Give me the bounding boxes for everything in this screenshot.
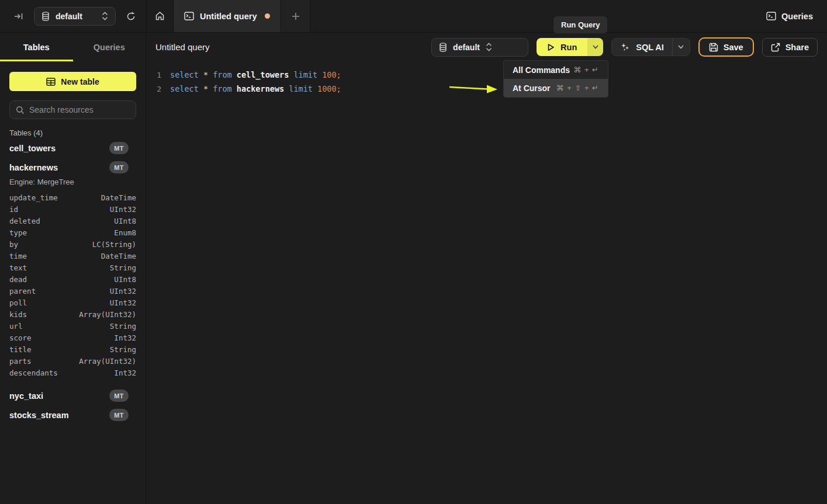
column-name: score — [9, 333, 32, 342]
column-name: url — [9, 322, 23, 331]
save-button[interactable]: Save — [698, 37, 754, 57]
topbar-left: default — [0, 0, 146, 32]
menu-item-label: All Commands — [513, 65, 570, 75]
code-text: select * from hackernews limit 1000; — [170, 84, 341, 93]
column-row: titleString — [9, 343, 136, 355]
table-row[interactable]: nyc_taxiMT — [9, 386, 136, 405]
column-name: by — [9, 240, 18, 249]
run-options-menu: All Commands⌘ + ↵At Cursor⌘ + ⇧ + ↵ — [503, 60, 608, 98]
column-name: type — [9, 228, 27, 237]
share-external-icon — [771, 43, 780, 52]
column-row: byLC(String) — [9, 238, 136, 250]
home-icon — [155, 11, 165, 21]
column-name: deleted — [9, 217, 40, 225]
queries-button-label: Queries — [781, 12, 813, 21]
console-icon — [184, 12, 194, 20]
save-floppy-icon — [709, 43, 718, 52]
engine-badge: MT — [109, 161, 129, 173]
search-icon — [16, 106, 25, 114]
run-button[interactable]: Run — [537, 38, 587, 56]
engine-badge: MT — [109, 409, 129, 421]
menu-item-at-cursor[interactable]: At Cursor⌘ + ⇧ + ↵ — [504, 79, 608, 97]
topbar-database-value: default — [56, 12, 82, 21]
table-grid-icon — [46, 78, 56, 86]
updown-chevrons-icon — [486, 43, 492, 51]
toolbar-database-value: default — [453, 43, 480, 52]
refresh-button[interactable] — [124, 9, 138, 23]
share-button[interactable]: Share — [762, 38, 818, 57]
sql-ai-caret[interactable] — [672, 39, 690, 55]
sql-ai-button[interactable]: SQL AI — [612, 39, 672, 55]
column-row: kidsArray(UInt32) — [9, 308, 136, 320]
annotation-arrow-icon — [447, 81, 500, 97]
column-type: DateTime — [101, 193, 136, 202]
column-name: poll — [9, 298, 27, 307]
column-row: descendantsInt32 — [9, 367, 136, 378]
run-split-button: Run — [537, 38, 603, 56]
column-name: descendants — [9, 369, 58, 377]
column-row: deadUInt8 — [9, 273, 136, 285]
table-row[interactable]: cell_towersMT — [9, 138, 136, 158]
code-line[interactable]: 1select * from cell_towers limit 100; — [146, 68, 827, 82]
column-type: UInt32 — [110, 287, 136, 296]
refresh-icon — [126, 12, 136, 21]
tab-title: Untitled query — [200, 12, 257, 21]
query-toolbar: Untitled query default — [146, 33, 827, 61]
column-name: dead — [9, 275, 27, 284]
search-input[interactable] — [29, 105, 135, 114]
column-row: partsArray(UInt32) — [9, 355, 136, 367]
column-type: Int32 — [114, 333, 136, 342]
line-number: 1 — [146, 71, 161, 79]
run-options-caret[interactable] — [587, 38, 603, 56]
column-type: Enum8 — [114, 228, 136, 237]
menu-item-label: At Cursor — [513, 84, 551, 93]
arrow-to-bar-icon — [14, 12, 23, 21]
column-row: textString — [9, 262, 136, 273]
table-row[interactable]: hackernewsMT — [9, 158, 136, 177]
column-type: String — [110, 345, 136, 354]
sidebar-tabs: Tables Queries — [0, 33, 146, 61]
new-tab-button[interactable] — [281, 0, 310, 32]
column-row: idUInt32 — [9, 203, 136, 215]
chevron-down-icon — [593, 45, 598, 49]
sidebar-tab-queries[interactable]: Queries — [73, 33, 146, 61]
column-row: typeEnum8 — [9, 227, 136, 238]
column-name: text — [9, 263, 27, 272]
topbar-right: Queries — [766, 0, 827, 32]
console-icon — [766, 12, 776, 20]
menu-item-shortcut: ⌘ + ↵ — [573, 65, 599, 74]
collapse-sidebar-button[interactable] — [12, 9, 26, 23]
table-name: nyc_taxi — [9, 391, 43, 401]
column-type: Int32 — [114, 369, 136, 377]
code-text: select * from cell_towers limit 100; — [170, 70, 341, 79]
topbar-database-selector[interactable]: default — [34, 7, 116, 26]
home-button[interactable] — [146, 0, 173, 32]
table-row[interactable]: stocks_streamMT — [9, 405, 136, 425]
tab-untitled-query[interactable]: Untitled query — [173, 0, 281, 32]
column-type: Array(UInt32) — [79, 310, 136, 319]
column-row: pollUInt32 — [9, 297, 136, 308]
column-row: update_timeDateTime — [9, 192, 136, 203]
column-row: urlString — [9, 320, 136, 332]
sidebar-tab-tables[interactable]: Tables — [0, 33, 73, 61]
menu-item-all-commands[interactable]: All Commands⌘ + ↵ — [504, 61, 608, 79]
engine-badge: MT — [109, 142, 129, 154]
column-row: timeDateTime — [9, 250, 136, 262]
column-type: DateTime — [101, 252, 136, 260]
run-query-tooltip: Run Query — [553, 16, 607, 33]
queries-button[interactable]: Queries — [766, 12, 813, 21]
column-row: parentUInt32 — [9, 285, 136, 297]
column-type: UInt8 — [114, 275, 136, 284]
sidebar: Tables Queries New table — [0, 33, 146, 504]
sql-ai-split-button: SQL AI — [611, 38, 690, 56]
column-name: parts — [9, 357, 32, 366]
column-name: time — [9, 252, 27, 260]
column-type: UInt32 — [110, 205, 136, 214]
column-row: deletedUInt8 — [9, 215, 136, 227]
database-icon — [41, 12, 50, 21]
column-type: String — [110, 263, 136, 272]
new-table-button[interactable]: New table — [9, 72, 136, 91]
table-name: hackernews — [9, 163, 58, 172]
toolbar-database-selector[interactable]: default — [431, 38, 528, 57]
share-button-label: Share — [786, 43, 809, 52]
